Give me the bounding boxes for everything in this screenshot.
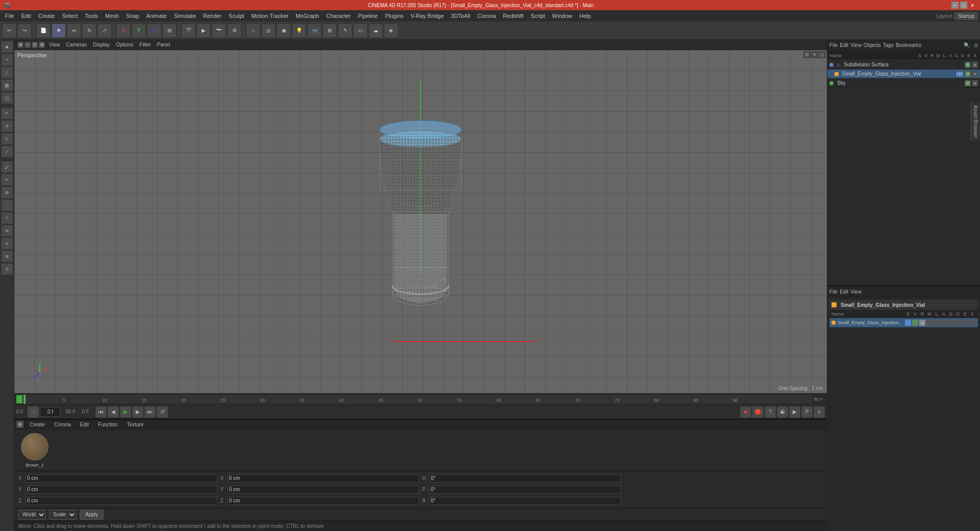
attr-icon-7[interactable]: [948, 320, 954, 326]
obj-item-vial[interactable]: Small_Empty_Glass_Injection_Vial ■ ■ ●: [827, 69, 980, 79]
attr-menu-view[interactable]: View: [850, 289, 862, 295]
floor-btn[interactable]: ▭: [353, 23, 368, 38]
menu-tools[interactable]: Tools: [82, 12, 101, 20]
tool-array[interactable]: ⋮: [1, 199, 13, 211]
z-axis-btn[interactable]: Z: [147, 23, 161, 38]
vp-corner-btn-1[interactable]: ⊞: [803, 51, 811, 58]
menu-vray-bridge[interactable]: V-Ray Bridge: [408, 12, 447, 20]
y-axis-btn[interactable]: Y: [132, 23, 146, 38]
tool-knife[interactable]: ✂: [1, 174, 13, 186]
anim-play-btn[interactable]: ▶: [120, 406, 131, 418]
menu-3dtoall[interactable]: 3DToAll: [448, 12, 473, 20]
anim-autokey-btn[interactable]: 🔴: [752, 406, 764, 418]
menu-help[interactable]: Help: [576, 12, 594, 20]
apply-button[interactable]: Apply: [80, 510, 104, 520]
anim-prev-frame-btn[interactable]: ◀: [108, 406, 119, 418]
menu-sculpt[interactable]: Sculpt: [226, 12, 248, 20]
scale-button[interactable]: ⤢: [97, 23, 112, 38]
tool-layer[interactable]: ≡: [1, 237, 13, 250]
vp-menu-panel[interactable]: Panel: [155, 42, 173, 47]
attr-icon-8[interactable]: [955, 320, 961, 326]
tool-extra2[interactable]: ⊘: [1, 263, 13, 275]
y-scale-input[interactable]: [227, 486, 420, 494]
obj-item-subdivision[interactable]: ▷ Subdivision Surface ■ ●: [827, 60, 980, 69]
camera-btn[interactable]: 📹: [307, 23, 322, 38]
select-button[interactable]: ✚: [52, 23, 66, 38]
render-view-btn[interactable]: 🎬: [181, 23, 195, 38]
vp-corner-btn-3[interactable]: ◎: [819, 51, 826, 58]
viewport-3d[interactable]: Perspective ⊞ ✛ ◎: [14, 50, 827, 393]
bottom-tab-function[interactable]: Function: [95, 421, 120, 428]
menu-simulate[interactable]: Simulate: [171, 12, 199, 20]
menu-script[interactable]: Script: [528, 12, 548, 20]
sky-btn[interactable]: ☁: [369, 23, 383, 38]
render-btn[interactable]: ▶: [197, 23, 211, 38]
menu-window[interactable]: Window: [549, 12, 575, 20]
timeline-bar[interactable]: 0 5 10 15 20 25 30 35 40 45 50 55 60 65 …: [14, 393, 827, 404]
bottom-tab-create[interactable]: Create: [27, 421, 48, 428]
timeline-keyframe-btn[interactable]: [16, 395, 22, 403]
attr-icon-4[interactable]: [926, 320, 933, 326]
obj-vis-btn-vial[interactable]: ■: [965, 71, 971, 77]
tool-snap[interactable]: ⊕: [1, 186, 13, 199]
z-scale-input[interactable]: [227, 497, 420, 505]
menu-character[interactable]: Character: [323, 12, 354, 20]
menu-animate[interactable]: Animate: [143, 12, 170, 20]
anim-next-frame-btn[interactable]: ▶: [132, 406, 143, 418]
vp-menu-view[interactable]: View: [47, 42, 62, 47]
attr-icon-5[interactable]: [934, 320, 940, 326]
menu-mesh[interactable]: Mesh: [102, 12, 122, 20]
menu-render[interactable]: Render: [200, 12, 225, 20]
obj-lock-btn-sky[interactable]: ●: [972, 80, 978, 86]
attr-icon-9[interactable]: [962, 320, 968, 326]
attr-icon-3[interactable]: ●: [919, 320, 925, 326]
anim-to-end-btn[interactable]: ⏭: [144, 406, 156, 418]
env-btn[interactable]: ◉: [277, 23, 291, 38]
attr-icon-10[interactable]: [969, 320, 975, 326]
anim-to-start-btn[interactable]: ⏮: [95, 406, 107, 418]
vp-menu-cameras[interactable]: Cameras: [64, 42, 89, 47]
obj-expand-btn[interactable]: ▷: [837, 62, 841, 67]
x-axis-btn[interactable]: X: [116, 23, 131, 38]
obj-item-sky[interactable]: Sky ■ ●: [827, 79, 980, 88]
bottom-tab-texture[interactable]: Texture: [124, 421, 146, 428]
axis-lock-btn[interactable]: ⊞: [162, 23, 177, 38]
keyframe-btn[interactable]: ⬡: [28, 406, 39, 418]
objects-menu-bookmarks[interactable]: Bookmarks: [896, 42, 921, 48]
minimize-button[interactable]: ─: [951, 2, 959, 9]
attr-icon-6[interactable]: [941, 320, 947, 326]
anim-key-btn[interactable]: P: [801, 406, 813, 418]
x-scale-input[interactable]: [227, 474, 420, 482]
p-rotation-input[interactable]: [429, 486, 621, 494]
menu-file[interactable]: File: [2, 12, 17, 20]
tool-select[interactable]: ↖: [1, 107, 13, 119]
mode-edges[interactable]: ╱: [1, 66, 13, 79]
menu-snap[interactable]: Snap: [123, 12, 142, 20]
attr-menu-edit[interactable]: Edit: [840, 289, 848, 295]
z-position-input[interactable]: [25, 497, 217, 505]
bottom-tab-edit[interactable]: Edit: [77, 421, 92, 428]
move-button[interactable]: ⇔: [67, 23, 81, 38]
tool-brush[interactable]: ≋: [1, 225, 13, 237]
bottom-tab-corona[interactable]: Corona: [51, 421, 74, 428]
tool-paint[interactable]: 🖊: [1, 161, 13, 173]
obj-search-icon[interactable]: 🔍: [964, 42, 970, 48]
obj-mat-btn-vial[interactable]: ■: [955, 71, 964, 77]
objects-menu-view[interactable]: View: [850, 42, 862, 48]
scale-select[interactable]: Scale: [49, 510, 77, 520]
vp-menu-display[interactable]: Display: [91, 42, 112, 47]
tool-sculpt[interactable]: ◊: [1, 212, 13, 224]
light-btn[interactable]: 💡: [292, 23, 306, 38]
vp-corner-btn-2[interactable]: ✛: [811, 51, 818, 58]
anim-question-btn[interactable]: ?: [765, 406, 776, 418]
anim-record-btn[interactable]: ⏺: [740, 406, 751, 418]
menu-corona[interactable]: Corona: [474, 12, 499, 20]
redo-button[interactable]: ↪: [17, 23, 32, 38]
close-button[interactable]: ✕: [969, 2, 976, 9]
obj-btn[interactable]: ○: [246, 23, 260, 38]
maximize-button[interactable]: □: [960, 2, 967, 9]
mode-object[interactable]: ■: [1, 41, 13, 53]
render-settings-btn[interactable]: ⚙: [227, 23, 241, 38]
tool-scale[interactable]: ⤢: [1, 146, 13, 158]
x-position-input[interactable]: [25, 474, 217, 482]
